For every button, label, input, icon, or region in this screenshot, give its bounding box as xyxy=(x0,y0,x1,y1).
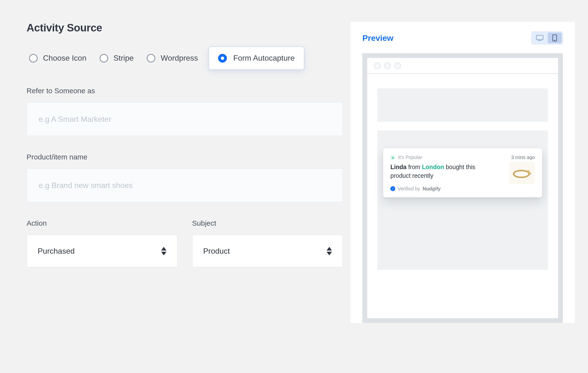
radio-icon xyxy=(147,54,155,62)
desktop-icon xyxy=(536,35,544,41)
subject-label: Subject xyxy=(192,219,343,227)
fire-icon: ▲ xyxy=(390,155,395,160)
product-input[interactable] xyxy=(27,168,343,202)
svg-point-6 xyxy=(529,172,531,175)
page-title: Activity Source xyxy=(27,22,343,34)
notif-person: Linda xyxy=(390,164,407,170)
refer-label: Refer to Someone as xyxy=(27,87,343,95)
source-choose-icon[interactable]: Choose Icon xyxy=(27,52,89,64)
browser-frame: ▲ It's Popular 3 mins ago Linda from Lon… xyxy=(367,58,558,318)
svg-point-5 xyxy=(527,170,530,173)
source-label: Wordpress xyxy=(161,54,198,62)
check-badge-icon: ✓ xyxy=(390,186,395,191)
preview-title: Preview xyxy=(362,33,394,43)
radio-icon xyxy=(29,54,38,62)
window-dot-icon xyxy=(374,62,381,69)
svg-rect-0 xyxy=(536,35,543,40)
action-value: Purchased xyxy=(38,247,75,256)
window-dot-icon xyxy=(384,62,391,69)
notif-verify: ✓ Verified by Nudgify xyxy=(390,186,504,192)
notif-time: 3 mins ago xyxy=(511,155,535,160)
browser-bar xyxy=(367,58,558,74)
source-stripe[interactable]: Stripe xyxy=(97,52,136,64)
source-form-autocapture[interactable]: Form Autocapture xyxy=(209,46,304,70)
action-label: Action xyxy=(27,219,178,227)
source-wordpress[interactable]: Wordpress xyxy=(144,52,200,64)
action-select[interactable]: Purchased xyxy=(27,235,178,268)
product-label: Product/item name xyxy=(27,153,343,161)
notif-message: Linda from London bought this product re… xyxy=(390,163,497,180)
activity-source-options: Choose Icon Stripe Wordpress Form Autoca… xyxy=(27,46,343,70)
notif-container: ▲ It's Popular 3 mins ago Linda from Lon… xyxy=(377,130,548,270)
radio-icon xyxy=(100,54,108,62)
notif-from-word: from xyxy=(408,164,420,170)
source-label: Choose Icon xyxy=(43,54,86,62)
product-thumbnail xyxy=(509,162,535,184)
refer-input[interactable] xyxy=(27,102,343,136)
preview-canvas: ▲ It's Popular 3 mins ago Linda from Lon… xyxy=(362,53,563,323)
mobile-icon xyxy=(552,34,557,41)
device-toggle xyxy=(531,31,563,44)
radio-icon xyxy=(218,54,227,62)
device-desktop-button[interactable] xyxy=(533,33,547,43)
verify-brand: Nudgify xyxy=(422,186,441,192)
device-mobile-button[interactable] xyxy=(548,33,562,43)
select-arrows-icon xyxy=(327,247,332,255)
source-label: Form Autocapture xyxy=(233,54,294,62)
verify-prefix: Verified by xyxy=(398,186,420,192)
subject-value: Product xyxy=(203,247,230,256)
subject-select[interactable]: Product xyxy=(192,235,343,268)
notif-tag: It's Popular xyxy=(398,155,422,160)
preview-panel: Preview xyxy=(350,22,575,323)
notification-card: ▲ It's Popular 3 mins ago Linda from Lon… xyxy=(383,148,542,197)
source-label: Stripe xyxy=(114,54,134,62)
select-arrows-icon xyxy=(161,247,167,255)
notif-city: London xyxy=(422,164,444,170)
ring-icon xyxy=(511,166,533,180)
skeleton-block xyxy=(377,88,548,122)
window-dot-icon xyxy=(394,62,401,69)
